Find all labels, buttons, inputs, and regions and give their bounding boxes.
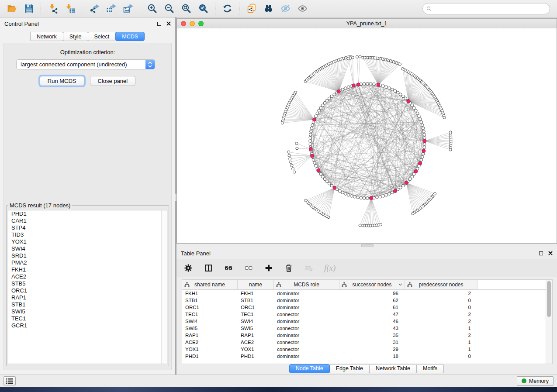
criterion-select[interactable]: largest connected component (undirected) <box>16 59 155 69</box>
float-panel-icon[interactable] <box>157 22 161 26</box>
table-cell: YOX1 <box>238 346 274 353</box>
table-row[interactable]: SWI4SWI4dominator462 <box>182 318 552 325</box>
mcds-result-box: MCDS result (17 nodes) PHD1CAR1STP4TID3Y… <box>6 202 169 366</box>
table-row[interactable]: TEC1TEC1connector472 <box>182 311 552 318</box>
zoom-out-button[interactable] <box>161 1 178 16</box>
create-column-button[interactable] <box>264 263 273 273</box>
table-row[interactable]: SWI5SWI5connector431 <box>182 325 552 332</box>
table-cell: FKH1 <box>238 290 274 297</box>
table-cell: dominator <box>274 290 339 297</box>
column-header-successor-nodes[interactable]: successor nodes <box>339 280 405 289</box>
mcds-result-node[interactable]: RAP1 <box>8 294 167 301</box>
table-panel-title: Table Panel <box>181 250 211 257</box>
column-header-predecessor-nodes[interactable]: predecessor nodes <box>405 280 477 289</box>
refresh-view-button[interactable] <box>219 1 236 16</box>
mcds-result-node[interactable]: STB1 <box>8 301 167 308</box>
table-cell: ACE2 <box>182 339 238 346</box>
memory-label: Memory <box>529 378 549 384</box>
search-network-button[interactable] <box>260 1 277 16</box>
horizontal-splitter[interactable] <box>176 244 557 247</box>
network-window-titlebar[interactable]: YPA_prune.txt_1 <box>177 19 557 29</box>
zoom-in-button[interactable] <box>144 1 161 16</box>
task-history-button[interactable] <box>3 376 16 385</box>
search-input[interactable] <box>432 5 547 12</box>
table-row[interactable]: PHD1PHD1dominator180 <box>182 353 552 360</box>
mcds-result-node[interactable]: ORC1 <box>8 287 167 294</box>
mcds-result-node[interactable]: SWI5 <box>8 308 167 315</box>
import-table-button[interactable] <box>62 1 79 16</box>
tab-style[interactable]: Style <box>63 32 88 41</box>
mcds-result-node[interactable]: CAR1 <box>8 217 167 224</box>
mcds-result-node[interactable]: TID3 <box>8 231 167 238</box>
mcds-result-node[interactable]: SRD1 <box>8 252 167 259</box>
table-cell: 18 <box>339 353 405 360</box>
export-network-button[interactable] <box>86 1 103 16</box>
close-panel-icon[interactable] <box>548 251 553 256</box>
table-row[interactable]: ACE2ACE2connector311 <box>182 339 552 346</box>
column-header-name[interactable]: name <box>238 280 274 289</box>
table-row[interactable]: RAP1RAP1dominator352 <box>182 332 552 339</box>
tab-network[interactable]: Network <box>30 32 63 41</box>
close-panel-button[interactable]: Close panel <box>90 76 136 86</box>
tab-network-table[interactable]: Network Table <box>369 364 417 373</box>
splitter-grip[interactable] <box>361 244 374 247</box>
scrollbar-thumb[interactable] <box>547 281 551 317</box>
mcds-result-node[interactable]: TEC1 <box>8 315 167 322</box>
toolbar-separator <box>82 3 83 15</box>
table-cell: dominator <box>274 332 339 339</box>
deselect-all-columns-button[interactable] <box>244 263 253 273</box>
attribute-icon <box>342 282 347 287</box>
table-toolbar: f(x) <box>176 259 557 277</box>
table-settings-button[interactable] <box>183 263 193 273</box>
zoom-fit-button[interactable] <box>178 1 195 16</box>
zoom-selected-button[interactable] <box>195 1 212 16</box>
column-header-shared-name[interactable]: shared name <box>182 280 238 289</box>
close-panel-icon[interactable] <box>166 21 171 27</box>
open-file-button[interactable] <box>3 1 21 16</box>
hide-selected-button[interactable] <box>277 1 294 16</box>
tab-edge-table[interactable]: Edge Table <box>329 364 370 373</box>
select-all-columns-button[interactable] <box>224 263 233 273</box>
column-header-MCDS-role[interactable]: MCDS role <box>274 280 339 289</box>
table-row[interactable]: YOX1YOX1connector291 <box>182 346 552 353</box>
memory-button[interactable]: Memory <box>517 376 554 386</box>
import-network-button[interactable] <box>45 1 62 16</box>
network-window: YPA_prune.txt_1 <box>176 18 557 244</box>
tab-motifs[interactable]: Motifs <box>416 364 444 373</box>
table-cell: 35 <box>339 332 405 339</box>
save-session-button[interactable] <box>21 1 38 16</box>
mcds-result-node[interactable]: PHD1 <box>8 210 167 217</box>
run-mcds-button[interactable]: Run MCDS <box>40 76 84 86</box>
mcds-result-node[interactable]: GCR1 <box>8 322 167 329</box>
export-image-button[interactable] <box>120 1 137 16</box>
table-cell: connector <box>274 325 339 332</box>
float-panel-icon[interactable] <box>539 251 543 255</box>
result-list-scrollbar[interactable] <box>161 210 167 364</box>
show-columns-button[interactable] <box>204 263 213 273</box>
table-tab-bar: Node TableEdge TableNetwork TableMotifs <box>176 363 557 374</box>
network-search-box[interactable] <box>422 3 550 14</box>
show-all-button[interactable] <box>294 1 311 16</box>
mcds-result-node[interactable]: ACE2 <box>8 273 167 280</box>
tab-mcds[interactable]: MCDS <box>115 32 145 41</box>
mcds-result-node[interactable]: STB5 <box>8 280 167 287</box>
clone-network-button[interactable] <box>243 1 260 16</box>
table-row[interactable]: ORC1ORC1dominator610 <box>182 304 552 311</box>
export-table-button[interactable] <box>103 1 120 16</box>
attribute-icon <box>407 282 412 287</box>
table-cell: RAP1 <box>182 332 238 339</box>
tab-select[interactable]: Select <box>88 32 116 41</box>
mcds-result-node[interactable]: STP4 <box>8 224 167 231</box>
table-scrollbar[interactable] <box>546 280 552 364</box>
network-canvas[interactable] <box>177 28 557 243</box>
mcds-result-node[interactable]: PMA2 <box>8 259 167 266</box>
tab-node-table[interactable]: Node Table <box>289 364 330 373</box>
table-cell: PHD1 <box>238 353 274 360</box>
mcds-result-node[interactable]: SWI4 <box>8 245 167 252</box>
mcds-result-node[interactable]: YOX1 <box>8 238 167 245</box>
table-cell: TEC1 <box>182 311 238 318</box>
table-row[interactable]: STB1STB1dominator620 <box>182 297 552 304</box>
delete-column-button[interactable] <box>284 263 294 273</box>
mcds-result-node[interactable]: FKH1 <box>8 266 167 273</box>
table-row[interactable]: FKH1FKH1dominator962 <box>182 290 552 297</box>
